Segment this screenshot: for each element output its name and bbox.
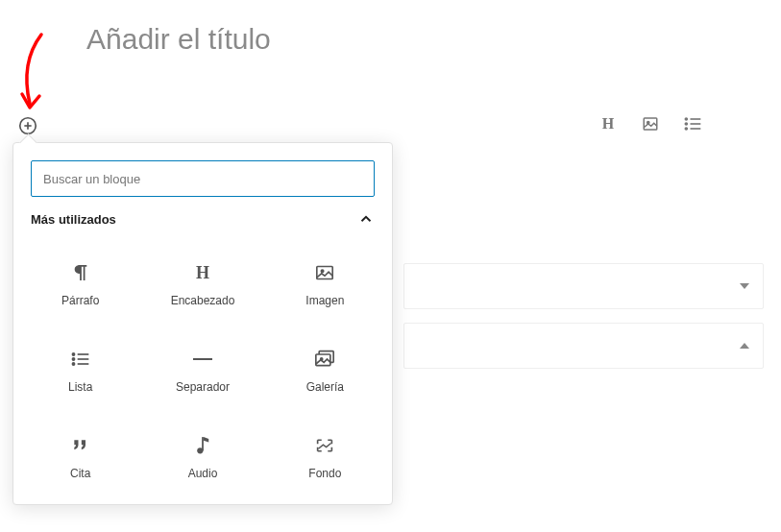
block-search-input[interactable] <box>31 160 375 197</box>
quick-insert-toolbar: H <box>598 114 702 133</box>
quote-icon <box>69 434 92 457</box>
heading-icon: H <box>602 115 614 133</box>
block-list[interactable]: Lista <box>19 327 141 414</box>
block-label: Lista <box>68 380 92 394</box>
block-quote[interactable]: Cita <box>19 414 141 500</box>
block-label: Fondo <box>308 467 341 480</box>
list-icon <box>683 115 702 133</box>
chevron-up-icon <box>740 343 749 349</box>
paragraph-icon <box>69 261 92 284</box>
block-label: Imagen <box>305 294 344 307</box>
svg-point-13 <box>72 353 74 355</box>
gallery-icon <box>313 348 336 371</box>
image-icon <box>313 261 336 284</box>
heading-quick-button[interactable]: H <box>598 114 618 133</box>
svg-point-9 <box>685 128 687 130</box>
section-title: Más utilizados <box>31 212 116 227</box>
section-most-used-header[interactable]: Más utilizados <box>13 210 392 241</box>
block-separator[interactable]: Separador <box>141 327 263 414</box>
image-icon <box>642 115 659 133</box>
svg-point-12 <box>322 270 324 272</box>
block-heading[interactable]: H Encabezado <box>141 241 263 327</box>
block-label: Cita <box>70 467 90 480</box>
block-cover[interactable]: Fondo <box>264 414 386 500</box>
block-label: Párrafo <box>61 294 99 307</box>
post-title-area[interactable]: Añadir el título <box>0 0 781 56</box>
chevron-up-icon <box>357 210 375 228</box>
settings-panel-1[interactable] <box>403 263 764 309</box>
audio-icon <box>191 434 214 457</box>
chevron-down-icon <box>740 283 749 289</box>
list-quick-button[interactable] <box>683 114 702 133</box>
block-image[interactable]: Imagen <box>264 241 386 327</box>
block-label: Encabezado <box>171 294 235 307</box>
svg-point-5 <box>685 118 687 120</box>
block-grid: Párrafo H Encabezado Imagen <box>13 241 392 504</box>
svg-rect-24 <box>202 437 204 450</box>
svg-point-17 <box>72 363 74 365</box>
svg-rect-19 <box>193 358 212 360</box>
separator-icon <box>191 348 214 371</box>
svg-point-15 <box>72 358 74 360</box>
block-label: Galería <box>306 380 344 394</box>
svg-point-7 <box>685 123 687 125</box>
block-paragraph[interactable]: Párrafo <box>19 241 141 327</box>
block-label: Separador <box>176 380 230 394</box>
heading-icon: H <box>191 261 214 284</box>
image-quick-button[interactable] <box>641 114 660 133</box>
block-label: Audio <box>188 467 218 480</box>
block-inserter-popover: Más utilizados Párrafo H Encabezado <box>12 142 393 505</box>
block-audio[interactable]: Audio <box>141 414 263 500</box>
post-title-placeholder: Añadir el título <box>86 23 695 56</box>
settings-panel-2[interactable] <box>403 323 764 369</box>
cover-icon <box>313 434 336 457</box>
list-icon <box>69 348 92 371</box>
block-gallery[interactable]: Galería <box>264 327 386 414</box>
